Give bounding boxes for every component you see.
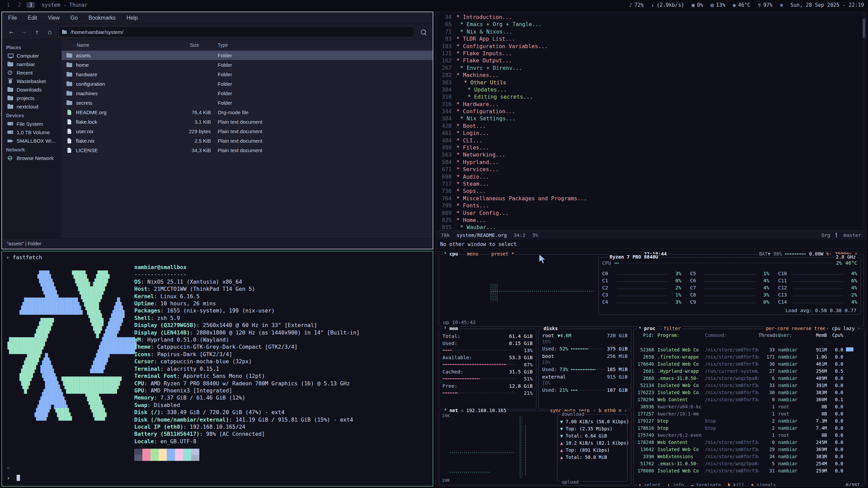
memory-module[interactable]: ▤13% <box>711 2 725 8</box>
process-row[interactable]: 51762.emacs-31.0.50-/nix/store/wnqz5pa8r… <box>636 460 862 467</box>
process-row[interactable]: 13642Isolated Web Co/nix/store/sm8fnrf3w… <box>636 446 862 453</box>
nix-module[interactable]: ✻ <box>780 2 783 8</box>
column-header-name[interactable]: Name <box>62 42 186 48</box>
temperature-module[interactable]: ◉46°C <box>733 2 750 8</box>
sidebar-item-browse-network[interactable]: Browse Network <box>2 154 62 162</box>
process-row[interactable]: 178616btopbtop2nambiar7.4M0.0 <box>636 424 862 431</box>
column-header-type[interactable]: Type <box>214 42 228 48</box>
file-type: Plain text document <box>214 147 262 153</box>
up-button[interactable]: ↑ <box>31 26 43 37</box>
process-row[interactable]: 52134Isolated Web Co/nix/store/sm8fnrf3w… <box>636 382 862 389</box>
process-row[interactable]: 2658.firefox-wrappe/nix/store/sm8fnrf3wp… <box>636 353 862 360</box>
process-row[interactable]: 176646Isolated Web Co/nix/store/sm8fnrf3… <box>636 360 862 367</box>
process-row[interactable]: 176223Isolated Web Co/nix/store/sm8fnrf3… <box>636 389 862 396</box>
column-header-size[interactable]: Size <box>186 42 214 48</box>
proc-action-info[interactable]: ↓ info <box>667 482 684 487</box>
net-option-sync[interactable]: sync <box>550 408 561 413</box>
back-button[interactable]: ← <box>5 26 17 37</box>
process-row[interactable]: 176000Isolated Web Co/nix/store/sm8fnrf3… <box>636 467 862 474</box>
org-heading-line: 121* Flake Inputs... <box>436 50 861 57</box>
process-row[interactable]: 175749kworker/6:2-even1root0B0.0 <box>636 431 862 439</box>
sidebar-item-1-0-tb-volume[interactable]: 1,0 TB Volume <box>2 128 62 137</box>
file-row[interactable]: hardwareFolder <box>62 69 433 79</box>
proc-action-terminate[interactable]: ↵ terminate <box>691 482 721 487</box>
sidebar-item-recent[interactable]: Recent <box>2 68 62 77</box>
file-type: Plain text document <box>214 138 262 144</box>
sidebar-item-wastebasket[interactable]: Wastebasket <box>2 77 62 85</box>
file-type: Folder <box>214 72 232 77</box>
search-button[interactable] <box>417 26 429 37</box>
battery-meter <box>785 252 806 256</box>
file-row[interactable]: assetsFolder <box>62 50 433 60</box>
major-mode: Org <box>821 232 830 238</box>
fetch-info-terminal-font: Terminal Font: Aporetic Sans Mono (12pt) <box>134 372 360 380</box>
menu-edit[interactable]: Edit <box>28 15 37 21</box>
file-row[interactable]: user.nix229 bytesPlain text document <box>62 126 433 136</box>
file-row[interactable]: flake.nix2,5 KiBPlain text document <box>62 136 433 145</box>
load-average: Load avg: 0.58 0.38 0.77 <box>785 308 856 313</box>
proc-action-select[interactable]: ↑ select <box>638 482 660 487</box>
line-number: 65 <box>436 21 452 28</box>
palette-swatch <box>175 455 183 461</box>
interface-selector[interactable]: ‹b eth0 n› <box>592 408 628 413</box>
proc-action-kill[interactable]: k kill <box>728 482 744 487</box>
workspace-1[interactable]: 1 <box>4 2 13 8</box>
file-row[interactable]: README.org76,4 KiBOrg-mode file <box>62 107 433 117</box>
file-row[interactable]: secretsFolder <box>62 98 433 107</box>
network-traffic-module[interactable]: ↓(2.9kb/s) <box>651 2 684 8</box>
proc-action-signals[interactable]: s signals <box>751 482 776 487</box>
scrollbar-thumb[interactable] <box>863 18 865 38</box>
workspace-2[interactable]: 2 <box>15 2 24 8</box>
battery-module[interactable]: ↯97% <box>758 2 772 8</box>
menu-view[interactable]: View <box>48 15 59 21</box>
file-row[interactable]: homeFolder <box>62 60 433 69</box>
shell-prompt[interactable]: › <box>7 475 20 481</box>
scrollbar[interactable] <box>863 13 865 230</box>
sidebar-item-nambiar[interactable]: nambiar <box>2 60 62 68</box>
file-row[interactable]: flake.lock3,1 KiBPlain text document <box>62 117 433 126</box>
file-row[interactable]: machinesFolder <box>62 88 433 98</box>
preset-button[interactable]: preset * <box>490 251 515 257</box>
process-row[interactable]: 177257kworker/10:1-mm_1root0B0.0 <box>636 410 862 417</box>
sort-selector[interactable]: ‹cpu lazy› <box>825 326 862 331</box>
process-row[interactable]: 52368Isolated Web Co/nix/store/sm8fnrf3w… <box>636 346 862 353</box>
org-heading-line: 484* CLI... <box>436 137 861 144</box>
process-row[interactable]: 38936kworker/u64:6-kc1root0B0.0 <box>636 403 862 410</box>
line-number: 310 <box>436 93 452 100</box>
home-button[interactable]: ⌂ <box>44 26 56 37</box>
column-headers: NameSizeType <box>62 40 433 50</box>
menu-bookmarks[interactable]: Bookmarks <box>88 15 116 21</box>
process-row[interactable]: 3390WebExtensions/nix/store/sm8fnrf3wps4… <box>636 453 862 460</box>
workspace-3[interactable]: 3 <box>26 2 35 8</box>
file-row[interactable]: LICENSE34,3 KiBPlain text document <box>62 145 433 155</box>
menu-help[interactable]: Help <box>126 15 138 21</box>
proc-option-tree[interactable]: tree <box>814 326 826 331</box>
clock-module[interactable]: Sun, 28 Sep 2025 - 22:19 <box>790 2 864 8</box>
proc-option-per-core[interactable]: per-core <box>766 326 789 331</box>
process-row[interactable]: 178294Web Content/nix/store/sm8fnrf3wps4… <box>636 396 862 403</box>
forward-button[interactable]: → <box>18 26 30 37</box>
proc-option-reverse[interactable]: reverse <box>791 326 811 331</box>
volume-module[interactable]: ♪72% <box>629 2 644 8</box>
sidebar-item-downloads[interactable]: Downloads <box>2 85 62 94</box>
path-bar[interactable]: /home/nambiar/system/ <box>58 26 414 37</box>
file-row[interactable]: configurationFolder <box>62 79 433 88</box>
process-row[interactable]: 2660.emacs-31.0.50-/nix/store/wnqz5pa8ra… <box>636 374 862 382</box>
sidebar-item-projects[interactable]: projects <box>2 94 62 102</box>
sidebar-item-computer[interactable]: Computer <box>2 52 62 60</box>
sidebar-item-smallbox-wi[interactable]: SMALLBOX Wi... <box>2 137 62 145</box>
org-heading-text: * Nix Settings... <box>456 115 516 122</box>
line-number: 671 <box>436 166 452 173</box>
file-name: flake.nix <box>76 138 95 144</box>
process-row[interactable]: 179127btopbtop2nambiar7.3M0.0 <box>636 417 862 424</box>
sidebar-item-file-system[interactable]: File System <box>2 120 62 128</box>
menu-go[interactable]: Go <box>71 15 78 21</box>
org-file-icon <box>66 110 73 115</box>
cpu-module[interactable]: ▣0% <box>692 2 703 8</box>
sidebar-item-nextcloud[interactable]: nextcloud <box>2 102 62 111</box>
process-row[interactable]: 178248Web Content/nix/store/sm8fnrf3wps4… <box>636 439 862 446</box>
process-row[interactable]: 2601.Hyprland-wrapp/run/current-system/s… <box>636 367 862 374</box>
menu-button[interactable]: menu <box>466 251 480 257</box>
filter-button[interactable]: filter <box>662 326 682 331</box>
menu-file[interactable]: File <box>8 15 17 21</box>
